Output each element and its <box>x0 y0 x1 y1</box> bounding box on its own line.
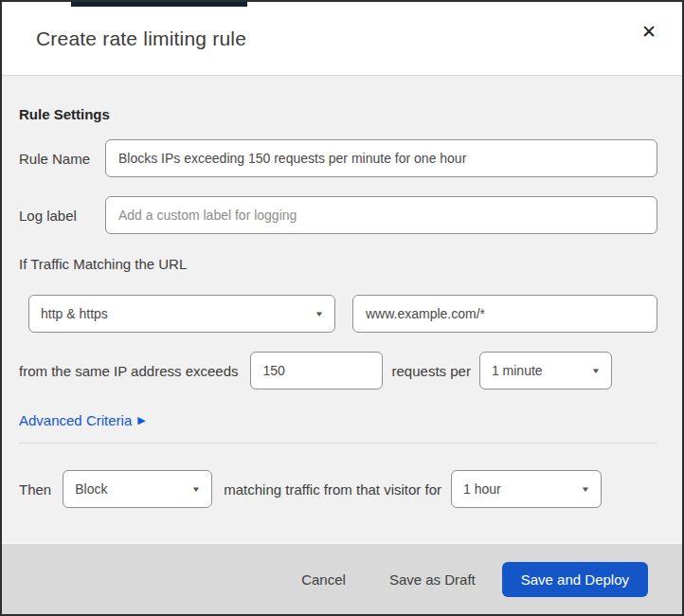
action-middle-text: matching traffic from that visitor for <box>224 481 441 498</box>
chevron-down-icon: ▼ <box>191 485 201 494</box>
save-and-deploy-button[interactable]: Save and Deploy <box>502 562 648 597</box>
chevron-right-icon: ▶ <box>137 414 145 426</box>
url-pattern-input[interactable] <box>352 295 657 333</box>
scheme-select[interactable]: http & https ▼ <box>28 295 335 333</box>
period-select-value: 1 minute <box>492 363 543 378</box>
close-button[interactable]: ✕ <box>635 17 663 45</box>
section-divider <box>19 443 657 444</box>
log-label-input[interactable] <box>105 196 657 234</box>
then-text: Then <box>19 481 51 498</box>
save-as-draft-button[interactable]: Save as Draft <box>380 564 485 595</box>
dialog-footer: Cancel Save as Draft Save and Deploy <box>2 542 682 614</box>
traffic-match-heading: If Traffic Matching the URL <box>19 256 657 272</box>
chevron-down-icon: ▼ <box>315 310 324 318</box>
request-count-input[interactable] <box>250 352 383 390</box>
scheme-row: http & https ▼ <box>19 295 657 333</box>
log-label-row: Log label <box>19 196 657 234</box>
close-icon: ✕ <box>641 21 657 42</box>
dialog-body: Rule Settings Rule Name Log label If Tra… <box>2 76 682 542</box>
dialog-header: Create rate limiting rule ✕ <box>2 2 682 76</box>
advanced-criteria-link[interactable]: Advanced Criteria ▶ <box>19 412 146 428</box>
duration-select[interactable]: 1 hour ▼ <box>451 470 602 508</box>
log-label-label: Log label <box>19 208 105 224</box>
chevron-down-icon: ▼ <box>581 485 590 494</box>
rule-name-row: Rule Name <box>19 139 657 177</box>
scheme-select-value: http & https <box>41 306 108 321</box>
threshold-prefix-text: from the same IP address exceeds <box>19 363 239 379</box>
page-title: Create rate limiting rule <box>36 27 246 50</box>
rule-settings-heading: Rule Settings <box>19 106 657 122</box>
action-row: Then Block ▼ matching traffic from that … <box>19 470 657 508</box>
duration-select-value: 1 hour <box>463 481 501 497</box>
action-select-value: Block <box>75 481 107 497</box>
threshold-middle-text: requests per <box>392 363 471 379</box>
threshold-row: from the same IP address exceeds request… <box>19 352 657 390</box>
create-rate-limiting-rule-dialog: Create rate limiting rule ✕ Rule Setting… <box>0 0 684 616</box>
rule-name-label: Rule Name <box>19 151 105 167</box>
period-select[interactable]: 1 minute ▼ <box>479 352 612 390</box>
advanced-criteria-label: Advanced Criteria <box>19 412 132 428</box>
chevron-down-icon: ▼ <box>591 367 601 375</box>
background-page-strip <box>71 2 247 7</box>
rule-name-input[interactable] <box>105 139 657 177</box>
cancel-button[interactable]: Cancel <box>292 564 355 595</box>
action-select[interactable]: Block ▼ <box>63 470 212 508</box>
